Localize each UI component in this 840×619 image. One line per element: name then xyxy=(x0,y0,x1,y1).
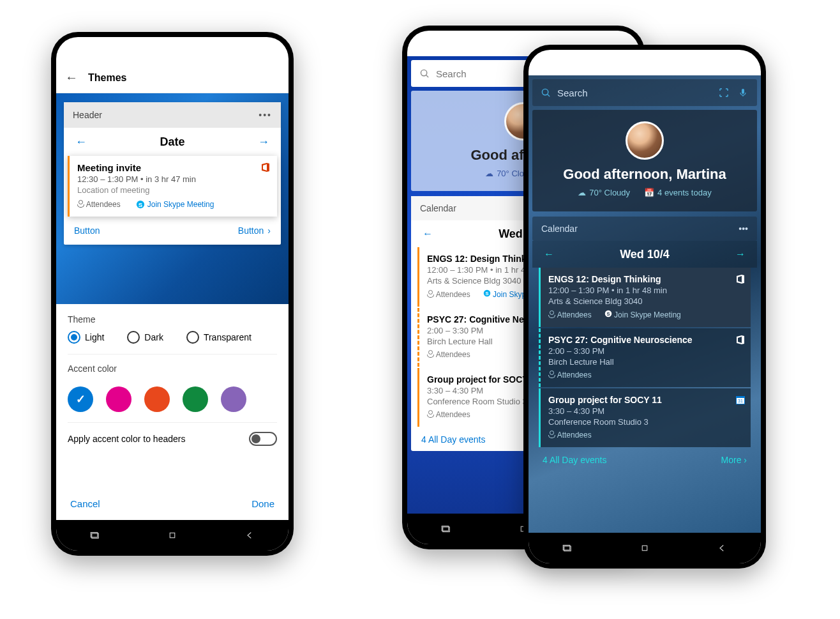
accent-section-label: Accent color xyxy=(68,363,277,374)
preview-event[interactable]: Meeting invite 12:30 – 1:30 PM • in 3 hr… xyxy=(68,156,277,217)
event-time: 2:00 – 3:30 PM xyxy=(548,346,744,356)
search-icon xyxy=(541,88,551,98)
svg-rect-4 xyxy=(170,533,175,538)
skype-icon: S xyxy=(604,310,612,317)
accent-swatch-purple[interactable] xyxy=(221,386,246,412)
office-icon xyxy=(260,162,271,172)
back-nav-icon[interactable] xyxy=(716,542,728,554)
calendar-event[interactable]: 31Group project for SOCY 113:30 – 4:30 P… xyxy=(539,388,751,447)
event-title: Meeting invite xyxy=(77,162,269,173)
prev-date-icon[interactable]: ← xyxy=(75,135,87,149)
attendees-link[interactable]: Attendees xyxy=(427,410,470,419)
calendar-section-label: Calendar xyxy=(420,203,456,213)
accent-swatch-pink[interactable] xyxy=(106,386,131,412)
page-title: Themes xyxy=(88,72,126,84)
avatar[interactable] xyxy=(626,121,664,160)
theme-radio-transparent[interactable]: Transparent xyxy=(186,331,251,344)
event-title: PSYC 27: Cognitive Neuroscience xyxy=(548,335,744,345)
accent-swatch-green[interactable] xyxy=(183,386,208,412)
attendees-link[interactable]: Attendees xyxy=(77,200,121,209)
accent-swatch-blue[interactable] xyxy=(68,386,93,412)
search-placeholder: Search xyxy=(436,68,467,79)
more-link[interactable]: More › xyxy=(721,455,747,465)
event-location: Arts & Science Bldg 3040 xyxy=(548,296,744,306)
chevron-right-icon: › xyxy=(267,225,271,236)
events-chip[interactable]: 📅 4 events today xyxy=(644,188,712,197)
search-icon xyxy=(420,69,430,79)
office-icon xyxy=(735,335,746,345)
accent-swatch-orange[interactable] xyxy=(144,386,170,412)
person-icon xyxy=(427,350,434,357)
theme-radio-light[interactable]: Light xyxy=(68,331,104,344)
svg-rect-25 xyxy=(642,546,647,551)
recents-icon[interactable] xyxy=(440,523,452,535)
event-time: 12:30 – 1:30 PM • in 3 hr 47 min xyxy=(77,174,269,184)
apply-accent-label: Apply accent color to headers xyxy=(68,434,185,444)
android-navbar xyxy=(56,520,289,551)
android-navbar xyxy=(529,533,761,563)
person-icon xyxy=(548,431,555,438)
accent-swatches xyxy=(68,380,277,423)
join-skype-link[interactable]: SJoin Skype Meeting xyxy=(136,200,214,209)
back-nav-icon[interactable] xyxy=(244,530,255,541)
theme-section-label: Theme xyxy=(68,314,277,325)
attendees-link[interactable]: Attendees xyxy=(548,310,592,319)
svg-line-16 xyxy=(548,94,550,96)
join-skype-link[interactable]: S Join Skype Meeting xyxy=(604,310,681,319)
search-placeholder: Search xyxy=(557,88,588,98)
attendees-link[interactable]: Attendees xyxy=(427,290,470,299)
all-day-link[interactable]: 4 All Day events xyxy=(543,455,606,465)
svg-point-15 xyxy=(542,89,548,95)
svg-rect-17 xyxy=(742,89,744,94)
search-bar[interactable]: Search xyxy=(532,79,757,106)
preview-button-right[interactable]: Button › xyxy=(238,225,271,236)
done-button[interactable]: Done xyxy=(251,498,274,509)
home-icon[interactable] xyxy=(639,542,650,554)
person-icon xyxy=(427,410,434,417)
next-date-icon[interactable]: → xyxy=(258,135,269,149)
prev-date-icon[interactable]: ← xyxy=(544,248,554,260)
home-icon[interactable] xyxy=(167,530,178,541)
event-location: Birch Lecture Hall xyxy=(548,357,744,367)
svg-line-6 xyxy=(426,75,428,77)
svg-point-5 xyxy=(421,70,426,75)
event-time: 12:00 – 1:30 PM • in 1 hr 48 min xyxy=(548,286,744,295)
event-time: 3:30 – 4:30 PM xyxy=(548,406,744,416)
svg-text:S: S xyxy=(485,291,488,296)
calendar-icon: 31 xyxy=(735,395,746,405)
theme-preview: Header ••• ← Date → Meeting invite 12:30… xyxy=(56,93,289,304)
recents-icon[interactable] xyxy=(89,530,101,541)
back-icon[interactable]: ← xyxy=(65,70,78,85)
greeting-text: Good afternoon, Martina xyxy=(540,166,749,183)
scan-icon[interactable] xyxy=(719,88,729,98)
office-icon xyxy=(735,274,746,284)
svg-text:31: 31 xyxy=(738,399,743,403)
weather-chip[interactable]: ☁ 70° Cloudy xyxy=(578,188,630,197)
event-location: Conference Room Studio 3 xyxy=(548,417,744,427)
svg-text:S: S xyxy=(606,311,610,317)
prev-date-icon[interactable]: ← xyxy=(423,228,433,240)
calendar-section-label: Calendar xyxy=(541,224,578,234)
more-icon[interactable]: ••• xyxy=(739,224,748,234)
attendees-link[interactable]: Attendees xyxy=(548,431,592,439)
themes-header: ← Themes xyxy=(56,63,289,93)
event-title: ENGS 12: Design Thinking xyxy=(548,274,744,284)
cancel-button[interactable]: Cancel xyxy=(70,498,100,509)
date-label: Date xyxy=(160,135,184,149)
mic-icon[interactable] xyxy=(738,88,748,98)
calendar-event[interactable]: ENGS 12: Design Thinking12:00 – 1:30 PM … xyxy=(539,268,751,327)
current-date: Wed 10/4 xyxy=(620,248,670,261)
all-day-link[interactable]: 4 All Day events xyxy=(421,434,485,445)
preview-button-left[interactable]: Button xyxy=(74,225,100,236)
event-location: Location of meeting xyxy=(77,185,269,195)
skype-icon: S xyxy=(136,200,145,209)
next-date-icon[interactable]: → xyxy=(735,248,746,260)
attendees-link[interactable]: Attendees xyxy=(427,350,470,359)
recents-icon[interactable] xyxy=(562,542,573,554)
calendar-event[interactable]: PSYC 27: Cognitive Neuroscience2:00 – 3:… xyxy=(539,328,751,387)
attendees-link[interactable]: Attendees xyxy=(548,371,592,379)
svg-text:S: S xyxy=(139,201,143,208)
theme-radio-dark[interactable]: Dark xyxy=(127,331,163,344)
more-icon[interactable]: ••• xyxy=(259,110,272,120)
apply-accent-toggle[interactable] xyxy=(249,432,277,446)
